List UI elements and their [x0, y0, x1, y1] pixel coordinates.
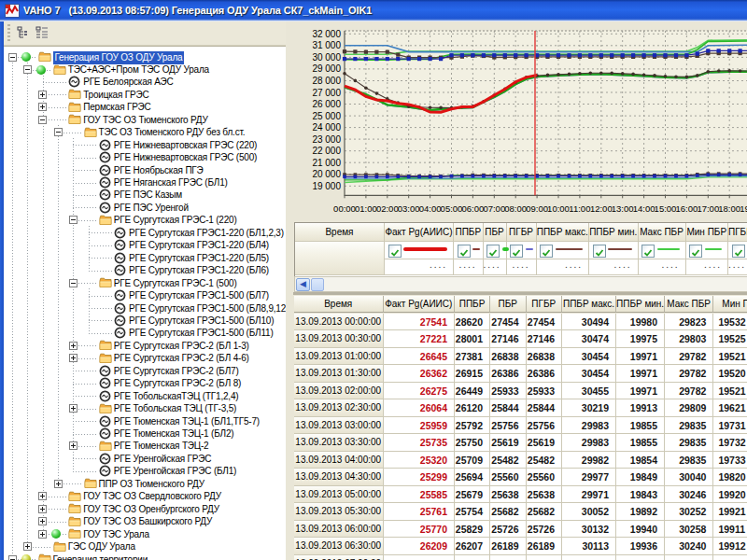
svg-text:12:00: 12:00: [590, 203, 613, 214]
svg-text:10:00: 10:00: [547, 203, 570, 214]
svg-text:04:00: 04:00: [419, 203, 442, 214]
svg-text:08:00: 08:00: [504, 203, 527, 214]
svg-text:30 000: 30 000: [312, 52, 341, 63]
svg-text:19:00: 19:00: [740, 203, 747, 214]
svg-text:07:00: 07:00: [483, 203, 505, 214]
svg-text:06:00: 06:00: [462, 203, 485, 214]
svg-text:22 000: 22 000: [312, 146, 341, 156]
svg-text:16:00: 16:00: [676, 203, 698, 214]
svg-text:13:00: 13:00: [612, 203, 634, 214]
svg-text:01:00: 01:00: [355, 203, 377, 214]
svg-text:25 000: 25 000: [312, 111, 341, 121]
svg-text:09:00: 09:00: [526, 203, 548, 214]
svg-text:14:00: 14:00: [633, 203, 655, 214]
svg-text:05:00: 05:00: [441, 203, 463, 214]
svg-text:17:00: 17:00: [697, 203, 719, 214]
svg-text:00:00: 00:00: [333, 203, 356, 214]
svg-text:03:00: 03:00: [398, 203, 420, 214]
svg-text:27 000: 27 000: [312, 88, 341, 98]
svg-text:23 000: 23 000: [312, 134, 341, 145]
svg-text:15:00: 15:00: [655, 203, 677, 214]
svg-text:21 000: 21 000: [312, 158, 341, 168]
svg-text:18:00: 18:00: [718, 203, 740, 214]
svg-text:11:00: 11:00: [569, 203, 590, 214]
svg-text:28 000: 28 000: [312, 76, 341, 86]
svg-text:31 000: 31 000: [312, 40, 341, 50]
svg-text:02:00: 02:00: [376, 203, 399, 214]
svg-text:20 000: 20 000: [312, 169, 341, 179]
svg-text:19 000: 19 000: [312, 181, 341, 191]
svg-text:32 000: 32 000: [312, 29, 341, 39]
svg-text:26 000: 26 000: [312, 99, 341, 109]
svg-text:29 000: 29 000: [312, 63, 341, 74]
svg-text:24 000: 24 000: [312, 122, 341, 133]
